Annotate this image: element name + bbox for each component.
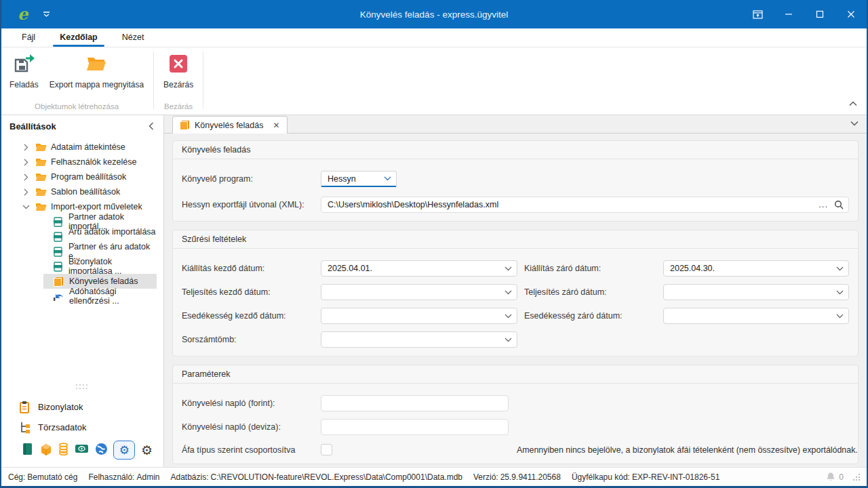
tree-item-felhasznalok[interactable]: Felhasználók kezelése [1, 155, 163, 169]
tab-kezdolap[interactable]: Kezdőlap [47, 29, 110, 47]
naplo-forint-input[interactable] [321, 395, 509, 411]
tree-item-label: Program beállítások [51, 172, 126, 182]
close-window-button[interactable] [835, 0, 867, 28]
collapse-ribbon-icon[interactable] [849, 97, 857, 109]
teljesites-zaro-label: Teljesítés záró dátum: [524, 287, 663, 297]
tree-item-label: Adóhatósági ellenőrzési ... [69, 287, 157, 306]
package-module-icon[interactable] [39, 443, 53, 458]
xlsx-icon [53, 232, 63, 242]
afa-csoportositva-label: Áfa típus szerint csoportosítva [182, 445, 321, 455]
main-content: Könyvelés feladás ✕ Könyvelés feladás Kö… [164, 115, 867, 467]
document-tab-bar: Könyvelés feladás ✕ [164, 115, 867, 134]
ribbon-separator [203, 52, 203, 109]
settings-sidebar: Beállítások Adataim áttekintése Felhaszn… [1, 115, 164, 467]
nav-export-icon [53, 291, 64, 302]
folder-icon [35, 157, 47, 167]
gear-icon[interactable]: ⚙ [141, 443, 153, 458]
sidebar-splitter-handle[interactable] [76, 384, 90, 391]
afa-csoportositva-checkbox[interactable] [321, 444, 332, 455]
chevron-right-icon[interactable] [20, 159, 31, 166]
kiallitas-kezdo-combo[interactable]: 2025.04.01. [321, 260, 517, 277]
settings-module-active-icon[interactable]: ⚙ [113, 441, 135, 460]
feladas-label: Feladás [9, 81, 39, 90]
chevron-right-icon[interactable] [20, 144, 31, 151]
doc-tab-close-icon[interactable]: ✕ [273, 121, 279, 130]
ribbon-group-bezaras: Bezárás Bezárás [155, 47, 201, 115]
orange-book-icon [53, 277, 64, 287]
esedekesseg-kezdo-label: Esedékesség kezdő dátum: [182, 311, 321, 321]
groupbox-konyveles-feladas: Könyvelés feladás Könyvelő program: Hess… [172, 140, 859, 222]
quick-access-dropdown-icon[interactable] [43, 12, 50, 18]
esedekesseg-zaro-combo[interactable] [663, 308, 849, 324]
tree-item-adataim[interactable]: Adataim áttekintése [1, 140, 163, 155]
groupbox-title: Szűrési feltételek [173, 230, 858, 249]
chevron-right-icon[interactable] [20, 174, 31, 181]
browse-button[interactable]: ... [818, 203, 828, 206]
chevron-down-icon [836, 314, 844, 319]
title-bar: e Könyvelés feladás - express.ügyvitel [1, 0, 867, 28]
doc-tab-konyveles-feladas[interactable]: Könyvelés feladás ✕ [172, 116, 288, 134]
groupbox-szuresi-feltetelek: Szűrési feltételek Kiállítás kezdő dátum… [172, 230, 859, 357]
tab-fajl[interactable]: Fájl [9, 29, 47, 47]
tab-nezet[interactable]: Nézet [110, 29, 157, 47]
money-module-icon[interactable] [75, 444, 89, 456]
search-icon[interactable] [834, 200, 844, 209]
ribbon-separator [153, 52, 154, 109]
folder-icon [35, 202, 47, 211]
bell-icon[interactable] [826, 472, 835, 482]
folder-icon [35, 187, 47, 197]
teljesites-zaro-combo[interactable] [663, 284, 849, 300]
status-user: Felhasználó:Admin [88, 472, 159, 482]
tree-item-label: Bizonylatok importálása ... [68, 257, 157, 276]
tab-list-dropdown-icon[interactable] [850, 117, 859, 129]
tree-item-sablon[interactable]: Sablon beállítások [1, 184, 163, 199]
afa-note-text: Amennyiben nincs bejelölve, a bizonylato… [517, 445, 858, 455]
sidebar-item-torzsadatok[interactable]: Törzsadatok [1, 417, 163, 437]
settings-tree: Adataim áttekintése Felhasználók kezelés… [1, 137, 163, 304]
ribbon-display-options-button[interactable] [742, 0, 773, 28]
status-database: Adatbázis:C:\REVOLUTION-feature\REVOL.Ex… [170, 472, 462, 482]
sidebar-item-bizonylatok[interactable]: Bizonylatok [1, 396, 163, 417]
bezaras-button[interactable]: Bezárás [158, 52, 199, 92]
tree-item-bizonylat-import[interactable]: Bizonylatok importálása ... [1, 259, 163, 274]
groupbox-parameterek: Paraméterek Könyvelési napló (forint): K… [172, 365, 859, 464]
sidebar-item-label: Bizonylatok [38, 402, 83, 412]
status-version: Verzió:25.9.9411.20568 [473, 472, 561, 482]
tree-item-label: Felhasználók kezelése [51, 157, 136, 167]
resize-grip[interactable] [853, 474, 860, 481]
export-mappa-button[interactable]: Export mappa megnyitása [44, 52, 149, 92]
folder-icon [35, 172, 47, 182]
esedekesseg-kezdo-combo[interactable] [321, 308, 517, 324]
chevron-right-icon[interactable] [20, 188, 31, 196]
app-window: e Könyvelés feladás - express.ügyvitel F… [0, 0, 868, 488]
minimize-button[interactable] [773, 0, 804, 28]
combo-value: 2025.04.30. [670, 264, 836, 273]
coins-module-icon[interactable] [58, 443, 68, 458]
ribbon-tab-bar: Fájl Kezdőlap Nézet [1, 28, 867, 47]
feladas-button[interactable]: Feladás [4, 52, 44, 92]
kiallitas-zaro-label: Kiállítás záró dátum: [524, 264, 663, 273]
form-page: Könyvelés feladás Könyvelő program: Hess… [164, 134, 867, 467]
chevron-down-icon [836, 266, 844, 271]
bezaras-label: Bezárás [163, 81, 193, 90]
window-title: Könyvelés feladás - express.ügyvitel [1, 9, 867, 20]
sidebar-collapse-icon[interactable] [149, 122, 154, 130]
open-folder-icon [85, 53, 108, 81]
ribbon-group-caption-bezaras: Bezárás [158, 101, 199, 115]
chevron-down-icon[interactable] [20, 205, 31, 209]
sorszamtomb-combo[interactable] [321, 331, 517, 348]
program-combo[interactable]: Hessyn [321, 171, 397, 187]
naplo-deviza-input[interactable] [321, 419, 509, 435]
tree-item-program[interactable]: Program beállítások [1, 169, 163, 184]
export-path-field[interactable]: C:\Users\miklosh\Desktop\Hessynfeladas.x… [321, 197, 849, 213]
kiallitas-zaro-combo[interactable]: 2025.04.30. [663, 260, 849, 277]
tree-item-adohatosagi[interactable]: Adóhatósági ellenőrzési ... [1, 289, 163, 304]
naplo-forint-label: Könyvelési napló (forint): [182, 399, 321, 408]
maximize-button[interactable] [804, 0, 835, 28]
sidebar-item-label: Törzsadatok [38, 422, 87, 432]
teljesites-kezdo-combo[interactable] [321, 284, 517, 300]
status-bar: Cég:Bemutató cég Felhasználó:Admin Adatb… [1, 467, 867, 486]
globe-module-icon[interactable] [95, 443, 108, 458]
book-module-icon[interactable] [22, 443, 33, 458]
tree-item-label: Import-export műveletek [51, 202, 142, 211]
